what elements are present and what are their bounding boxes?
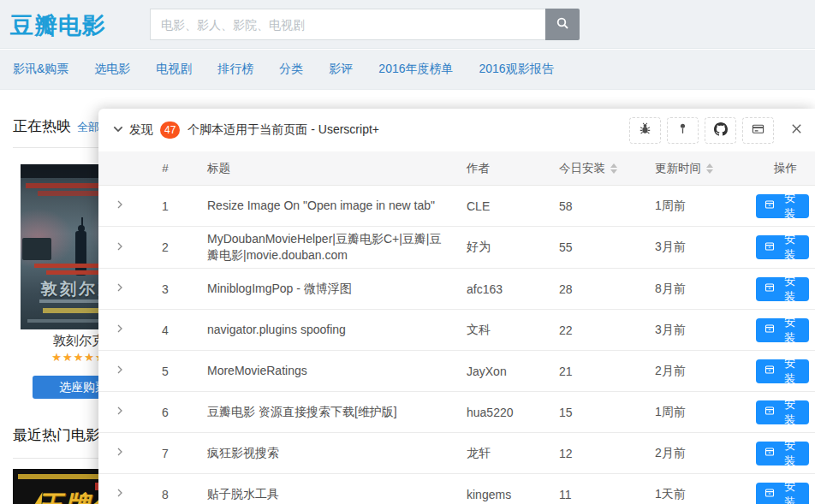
card-view-button[interactable] — [742, 117, 774, 144]
star-fill: ★★★★★ — [51, 351, 100, 365]
updated-time: 1周前 — [655, 199, 756, 214]
nav-item-pick-movie[interactable]: 选电影 — [94, 62, 130, 77]
script-title[interactable]: MyDoubanMovieHelper|豆瓣电影C+|豆瓣|豆瓣电影|movie… — [189, 231, 467, 264]
found-label: 发现 — [129, 122, 153, 138]
script-title[interactable]: 疯狂影视搜索 — [189, 445, 467, 461]
userscript-panel: 发现 47 个脚本适用于当前页面 - Userscript+ — [98, 109, 815, 504]
card-icon — [752, 122, 764, 138]
install-label: 安装 — [779, 479, 800, 504]
bug-icon — [639, 122, 651, 138]
table-body: 1 Resize Image On "Open image in new tab… — [98, 186, 815, 504]
script-title[interactable]: 贴子脱水工具 — [189, 486, 467, 502]
all-link[interactable]: 全部 — [77, 120, 99, 135]
nav-item-categories[interactable]: 分类 — [279, 62, 303, 77]
pin-icon — [676, 122, 689, 138]
chevron-right-icon — [115, 282, 125, 295]
expand-row-button[interactable] — [113, 445, 127, 461]
install-icon — [764, 406, 775, 418]
sort-carets-icon — [610, 163, 617, 174]
daily-installs: 15 — [559, 406, 655, 419]
column-installs-label: 今日安装 — [559, 161, 605, 176]
install-button[interactable]: 安装 — [756, 483, 809, 504]
chevron-right-icon — [115, 199, 125, 212]
search-bar — [150, 9, 580, 40]
expand-row-button[interactable] — [113, 240, 127, 256]
pin-button[interactable] — [667, 117, 699, 144]
now-playing-header: 正在热映 全部 — [13, 116, 99, 136]
expand-row-button[interactable] — [113, 363, 127, 379]
github-button[interactable] — [705, 117, 736, 144]
recent-hot-title: 最近热门电影 — [13, 425, 100, 445]
install-button[interactable]: 安装 — [756, 277, 809, 301]
nav-item-rankings[interactable]: 排行榜 — [217, 62, 253, 77]
install-button[interactable]: 安装 — [756, 194, 809, 218]
install-label: 安装 — [779, 274, 800, 305]
install-icon — [764, 488, 775, 501]
nav-item-2016-list[interactable]: 2016年度榜单 — [378, 62, 453, 77]
table-header-row: # 标题 作者 今日安装 更新时间 操作 — [98, 151, 815, 186]
row-index: 1 — [141, 199, 189, 213]
row-index: 2 — [141, 240, 189, 254]
panel-summary: 个脚本适用于当前页面 - Userscript+ — [187, 122, 379, 138]
install-button[interactable]: 安装 — [756, 235, 809, 259]
install-label: 安装 — [779, 438, 800, 469]
script-author: JayXon — [467, 365, 559, 378]
script-title[interactable]: MoreMovieRatings — [189, 363, 467, 379]
close-panel-button[interactable] — [788, 121, 805, 139]
script-title[interactable]: 豆瓣电影 资源直接搜索下载[维护版] — [189, 404, 467, 420]
install-icon — [764, 323, 775, 336]
table-row: 1 Resize Image On "Open image in new tab… — [98, 186, 815, 227]
now-playing-title: 正在热映 — [13, 116, 71, 136]
bug-report-button[interactable] — [629, 117, 661, 144]
install-label: 安装 — [779, 356, 800, 387]
install-button[interactable]: 安装 — [756, 318, 809, 342]
table-row: 5 MoreMovieRatings JayXon 21 2月前 安装 — [98, 351, 815, 392]
install-button[interactable]: 安装 — [756, 400, 809, 424]
row-index: 5 — [141, 365, 189, 378]
install-button[interactable]: 安装 — [756, 442, 809, 465]
script-author: CLE — [467, 199, 559, 213]
poster-decoration — [22, 238, 51, 260]
column-author: 作者 — [467, 161, 559, 176]
expand-row-button[interactable] — [113, 281, 127, 297]
install-button[interactable]: 安装 — [756, 359, 809, 383]
search-button[interactable] — [545, 9, 580, 40]
chevron-down-icon — [112, 123, 124, 138]
script-title[interactable]: MiniblogImgPop - 微博浮图 — [189, 281, 467, 297]
script-title[interactable]: Resize Image On "Open image in new tab" — [189, 198, 467, 214]
daily-installs: 22 — [559, 323, 655, 337]
column-index: # — [141, 162, 189, 175]
expand-row-button[interactable] — [113, 404, 127, 420]
search-input[interactable] — [150, 9, 545, 40]
nav-item-2016-report[interactable]: 2016观影报告 — [479, 62, 554, 77]
script-title[interactable]: navigator.plugins spoofing — [189, 322, 467, 338]
nav-item-tickets[interactable]: 影讯&购票 — [13, 62, 68, 77]
expand-row-button[interactable] — [113, 322, 127, 338]
row-index: 3 — [141, 282, 189, 296]
row-index: 6 — [141, 406, 189, 419]
collapse-button[interactable] — [110, 122, 126, 139]
updated-time: 3月前 — [655, 323, 756, 338]
chevron-right-icon — [115, 365, 125, 377]
site-logo[interactable]: 豆瓣电影 — [10, 10, 106, 41]
install-icon — [764, 447, 775, 460]
table-row: 2 MyDoubanMovieHelper|豆瓣电影C+|豆瓣|豆瓣电影|mov… — [98, 227, 815, 269]
github-icon — [714, 122, 728, 139]
daily-installs: 55 — [559, 240, 655, 254]
table-row: 7 疯狂影视搜索 龙轩 12 2月前 安装 — [98, 433, 815, 474]
table-row: 3 MiniblogImgPop - 微博浮图 afc163 28 8月前 安装 — [98, 269, 815, 310]
poster-decoration — [75, 231, 86, 276]
expand-row-button[interactable] — [113, 486, 127, 502]
column-installs-sort[interactable]: 今日安装 — [559, 161, 655, 176]
main-nav: 影讯&购票 选电影 电视剧 排行榜 分类 影评 2016年度榜单 2016观影报… — [0, 50, 815, 90]
script-author: 文科 — [467, 323, 559, 338]
nav-item-reviews[interactable]: 影评 — [329, 62, 353, 77]
install-label: 安装 — [779, 191, 800, 222]
expand-row-button[interactable] — [113, 198, 127, 214]
updated-time: 2月前 — [655, 446, 756, 461]
nav-item-tv[interactable]: 电视剧 — [156, 62, 192, 77]
poster-decoration — [18, 474, 104, 479]
chevron-right-icon — [115, 241, 125, 254]
column-updated-sort[interactable]: 更新时间 — [655, 161, 756, 176]
column-action: 操作 — [756, 161, 815, 176]
